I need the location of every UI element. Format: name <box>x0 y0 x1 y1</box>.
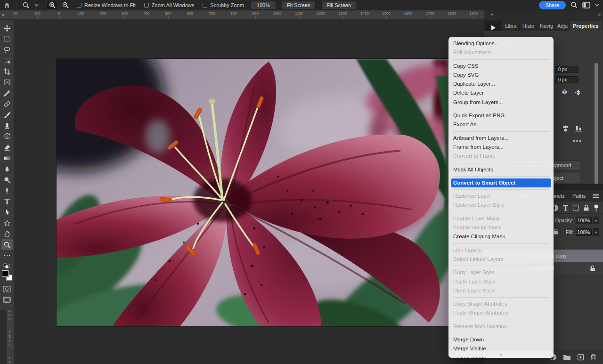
eraser-tool-icon[interactable] <box>1 142 13 153</box>
fill-screen-button[interactable]: Fill Screen <box>321 1 356 9</box>
tab-libra[interactable]: Libra <box>502 21 520 31</box>
checkbox-icon[interactable] <box>144 3 149 8</box>
tab-adju[interactable]: Adju <box>554 21 570 31</box>
expand-panels-icon[interactable]: » <box>598 12 600 17</box>
menu-item-copy-css[interactable]: Copy CSS <box>448 62 554 71</box>
lasso-tool-icon[interactable] <box>1 44 13 55</box>
align-left-edges-icon[interactable] <box>562 125 569 132</box>
layers-panel-menu-icon[interactable] <box>593 194 599 198</box>
foreground-color-swatch[interactable] <box>2 270 8 277</box>
menu-item-quick-export-as-png[interactable]: Quick Export as PNG <box>448 111 554 120</box>
chevron-down-icon[interactable] <box>595 4 599 7</box>
new-group-folder-icon[interactable] <box>563 354 571 360</box>
layer-lock-icon[interactable] <box>590 265 595 272</box>
checkbox-icon[interactable] <box>203 3 207 8</box>
ruler-tick-label: 1400 <box>8 356 12 364</box>
checkbox-icon[interactable] <box>77 3 81 8</box>
menu-item-delete-layer[interactable]: Delete Layer <box>448 89 554 97</box>
filter-locked-layers-icon[interactable] <box>583 204 589 211</box>
workspace-switcher-icon[interactable] <box>582 2 590 8</box>
tab-histo[interactable]: Histo <box>520 21 537 31</box>
foreground-background-color-swatches[interactable] <box>2 270 12 281</box>
zoom-tool-icon[interactable] <box>20 1 32 9</box>
tab-paths[interactable]: Paths <box>572 190 586 202</box>
frame-tool-icon[interactable] <box>1 77 13 88</box>
healing-brush-tool-icon[interactable] <box>1 98 13 109</box>
opacity-value[interactable]: 100% <box>576 217 592 224</box>
menu-item-group-from-layers[interactable]: Group from Layers... <box>448 98 554 107</box>
home-icon[interactable] <box>1 1 12 9</box>
rectangular-marquee-tool-icon[interactable] <box>1 33 13 44</box>
path-selection-tool-icon[interactable] <box>1 207 13 218</box>
custom-shape-tool-icon[interactable] <box>1 218 13 228</box>
layer-filtering-toggle-icon[interactable] <box>593 204 599 212</box>
brush-tool-icon[interactable] <box>1 109 13 120</box>
new-layer-icon[interactable] <box>577 354 584 361</box>
blur-tool-icon[interactable] <box>1 163 13 174</box>
tab-properties[interactable]: Properties <box>570 21 603 31</box>
menu-item-export-as[interactable]: Export As... <box>448 120 554 129</box>
chevron-down-icon[interactable] <box>33 1 39 9</box>
menu-item-copy-svg[interactable]: Copy SVG <box>448 71 554 80</box>
edit-toolbar-ellipsis-icon[interactable] <box>1 250 13 261</box>
canvas-image[interactable] <box>57 59 449 326</box>
default-colors-icon[interactable] <box>3 263 11 269</box>
checkbox-zoom-all-windows[interactable]: Zoom All Windows <box>144 2 194 8</box>
fill-value[interactable]: 100% <box>576 228 592 236</box>
quick-mask-icon[interactable] <box>1 283 13 294</box>
filter-shape-layers-icon[interactable] <box>572 204 579 211</box>
object-selection-tool-icon[interactable] <box>1 55 13 66</box>
move-tool-icon[interactable] <box>1 23 13 33</box>
menu-separator <box>453 109 549 109</box>
crop-tool-icon[interactable] <box>1 66 13 77</box>
checkbox-resize-windows-to-fit[interactable]: Resize Windows to Fit <box>77 2 136 8</box>
fill-chevron-icon[interactable]: ▾ <box>593 228 599 236</box>
checkbox-scrubby-zoom[interactable]: Scrubby Zoom <box>203 2 244 8</box>
menu-item-duplicate-layer[interactable]: Duplicate Layer... <box>448 80 554 89</box>
gradient-tool-icon[interactable] <box>1 153 13 163</box>
hand-tool-icon[interactable] <box>1 228 13 239</box>
clone-stamp-tool-icon[interactable] <box>1 120 13 131</box>
zoom-tool-icon[interactable] <box>1 239 13 250</box>
share-button[interactable]: Share <box>539 1 566 9</box>
flip-vertical-icon[interactable] <box>575 89 582 97</box>
ruler-tick-label: 1600 <box>404 11 412 16</box>
flip-horizontal-icon[interactable] <box>561 89 569 96</box>
menu-item-copy-layer-style: Copy Layer Style <box>448 268 554 277</box>
collapse-panels-icon[interactable]: « <box>491 12 493 17</box>
menu-scroll-down-icon[interactable]: ⌄ <box>448 351 554 357</box>
history-brush-tool-icon[interactable] <box>1 131 13 142</box>
zoom-out-icon[interactable] <box>60 1 71 9</box>
menu-item-convert-to-smart-object[interactable]: Convert to Smart Object <box>451 178 551 187</box>
lock-all-icon[interactable] <box>553 228 559 235</box>
dodge-tool-icon[interactable] <box>1 174 13 185</box>
fit-screen-button[interactable]: Fit Screen <box>282 1 316 9</box>
y-position-input[interactable]: 0 px <box>555 76 579 83</box>
menu-item-create-clipping-mask[interactable]: Create Clipping Mask <box>448 232 554 241</box>
search-icon[interactable] <box>570 1 578 8</box>
zoom-in-icon[interactable] <box>47 1 58 9</box>
pen-tool-icon[interactable] <box>1 185 13 196</box>
type-tool-icon[interactable] <box>1 196 13 207</box>
tab-navig[interactable]: Navig <box>537 21 554 31</box>
menu-separator <box>453 297 549 298</box>
ruler-tick-label: 300 <box>122 11 128 16</box>
menu-item-mask-all-objects[interactable]: Mask All Objects <box>448 165 554 174</box>
filter-type-layers-icon[interactable] <box>562 205 569 211</box>
opacity-chevron-icon[interactable]: ▾ <box>593 217 599 224</box>
properties-scrollbar[interactable] <box>595 63 598 193</box>
menu-item-frame-from-layers[interactable]: Frame from Layers... <box>448 143 554 152</box>
menu-item-merge-down[interactable]: Merge Down <box>448 335 554 344</box>
ruler-tick-label: 1100 <box>295 11 303 16</box>
delete-layer-trash-icon[interactable] <box>590 354 596 361</box>
more-options-icon[interactable]: ••• <box>573 138 582 145</box>
eyedropper-tool-icon[interactable] <box>1 88 13 98</box>
zoom-percentage-input[interactable]: 100% <box>251 1 276 9</box>
screen-mode-icon[interactable] <box>1 294 13 305</box>
toolbar-overflow-chevron-icon[interactable]: » <box>2 12 4 17</box>
menu-item-edit-adjustment: Edit Adjustment... <box>448 48 554 57</box>
x-position-input[interactable]: 0 px <box>555 66 579 73</box>
menu-item-artboard-from-layers[interactable]: Artboard from Layers... <box>448 134 554 143</box>
menu-item-blending-options[interactable]: Blending Options... <box>448 39 554 48</box>
align-bottom-edges-icon[interactable] <box>575 125 582 132</box>
